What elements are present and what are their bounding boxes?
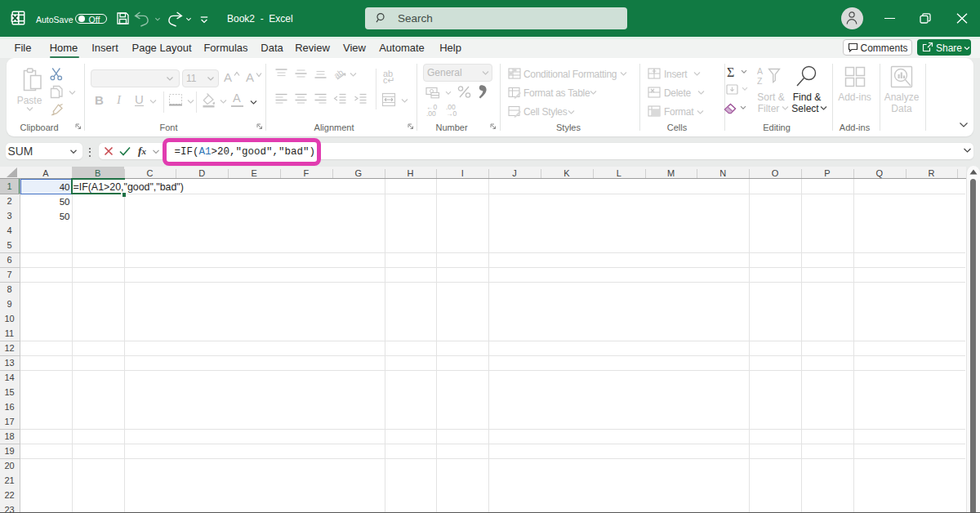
svg-text:Z: Z xyxy=(757,76,763,86)
svg-text:A: A xyxy=(757,66,763,76)
